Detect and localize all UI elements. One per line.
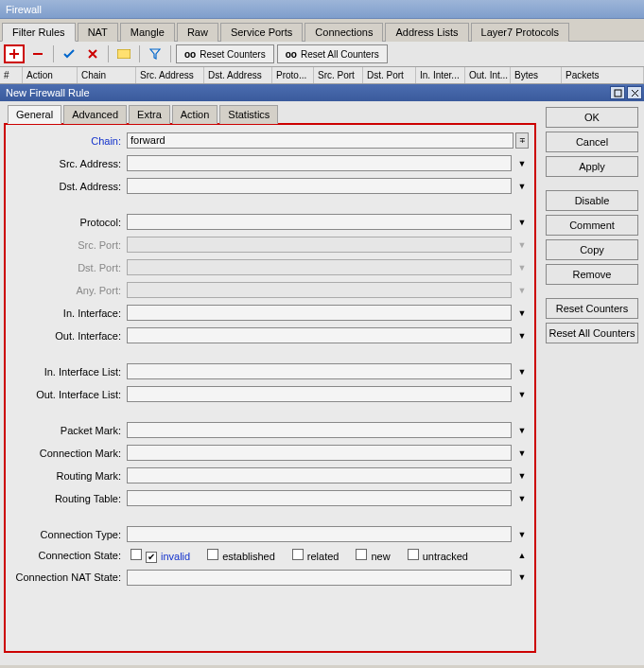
reset-all-counters-button[interactable]: oo Reset All Counters — [277, 44, 388, 63]
tab-mangle[interactable]: Mangle — [120, 23, 175, 42]
src-port-label: Src. Port: — [11, 239, 127, 251]
expand-icon: ▼ — [515, 263, 529, 272]
close-button[interactable] — [627, 86, 642, 99]
cs-invalid[interactable]: ✔invalid — [131, 549, 190, 563]
dst-port-label: Dst. Port: — [11, 262, 127, 273]
expand-icon[interactable]: ▼ — [515, 471, 529, 481]
col-dport[interactable]: Dst. Port — [363, 67, 416, 83]
col-bytes[interactable]: Bytes — [511, 67, 562, 83]
enable-button[interactable] — [59, 44, 79, 63]
expand-icon[interactable]: ▼ — [515, 530, 529, 539]
expand-icon[interactable]: ▼ — [515, 367, 529, 377]
plus-icon — [9, 48, 20, 60]
in-interface-list-input[interactable] — [127, 363, 512, 379]
reset-counters-button[interactable]: Reset Counters — [546, 298, 638, 319]
cs-untracked[interactable]: untracked — [408, 549, 468, 562]
expand-icon[interactable]: ▼ — [515, 218, 529, 227]
comment-button[interactable] — [113, 44, 134, 63]
disable-button[interactable]: Disable — [546, 190, 638, 211]
oo-icon: oo — [184, 49, 196, 60]
expand-icon[interactable]: ▼ — [515, 426, 529, 435]
tab-extra[interactable]: Extra — [129, 105, 170, 124]
checkbox-icon[interactable] — [207, 549, 218, 560]
connection-nat-state-input[interactable] — [127, 570, 512, 586]
tab-connections[interactable]: Connections — [305, 23, 383, 42]
packet-mark-label: Packet Mark: — [11, 425, 127, 436]
separator — [53, 45, 54, 62]
tab-general[interactable]: General — [8, 105, 61, 124]
remove-button[interactable] — [27, 44, 48, 63]
protocol-input[interactable] — [127, 214, 512, 230]
add-button[interactable] — [4, 44, 25, 63]
in-interface-input[interactable] — [127, 305, 512, 321]
col-sport[interactable]: Src. Port — [314, 67, 363, 83]
routing-table-input[interactable] — [127, 490, 512, 506]
cs-related[interactable]: related — [292, 549, 339, 562]
disable-button[interactable] — [82, 44, 103, 63]
checkbox-icon[interactable] — [131, 549, 142, 560]
chain-input[interactable]: forward — [127, 132, 513, 149]
col-proto[interactable]: Proto... — [272, 67, 314, 83]
routing-mark-input[interactable] — [127, 467, 512, 483]
col-num[interactable]: # — [0, 67, 23, 83]
reset-counters-button[interactable]: oo Reset Counters — [176, 44, 274, 63]
chain-label: Chain: — [11, 135, 127, 147]
remove-button[interactable]: Remove — [546, 264, 638, 285]
expand-icon[interactable]: ▼ — [515, 331, 529, 341]
collapse-icon[interactable]: ▲ — [515, 551, 529, 560]
reset-all-counters-button[interactable]: Reset All Counters — [546, 323, 638, 343]
cs-established[interactable]: established — [207, 549, 275, 562]
connection-mark-input[interactable] — [127, 445, 512, 461]
copy-button[interactable]: Copy — [546, 239, 638, 260]
apply-button[interactable]: Apply — [546, 156, 638, 177]
col-chain[interactable]: Chain — [78, 67, 136, 83]
col-inif[interactable]: In. Inter... — [416, 67, 465, 83]
col-dst[interactable]: Dst. Address — [204, 67, 272, 83]
col-action[interactable]: Action — [23, 67, 78, 83]
cs-new[interactable]: new — [356, 549, 390, 562]
col-src[interactable]: Src. Address — [136, 67, 204, 83]
checkbox-icon[interactable] — [356, 549, 367, 560]
expand-icon[interactable]: ▼ — [515, 182, 529, 191]
out-interface-input[interactable] — [127, 327, 512, 343]
checkbox-icon[interactable] — [408, 549, 419, 560]
expand-icon[interactable]: ▼ — [515, 494, 529, 503]
checkbox-icon[interactable] — [292, 549, 304, 560]
tab-statistics[interactable]: Statistics — [219, 105, 278, 124]
expand-icon[interactable]: ▼ — [515, 308, 529, 318]
cancel-button[interactable]: Cancel — [546, 132, 638, 152]
window-title: Firewall — [6, 4, 42, 15]
src-address-input[interactable] — [127, 155, 512, 171]
checkbox-checked-icon[interactable]: ✔ — [146, 552, 157, 563]
col-outif[interactable]: Out. Int... — [465, 67, 511, 83]
out-interface-list-input[interactable] — [127, 386, 512, 402]
tab-layer7[interactable]: Layer7 Protocols — [471, 23, 570, 42]
expand-icon[interactable]: ▼ — [515, 159, 529, 168]
packet-mark-input[interactable] — [127, 422, 512, 438]
expand-icon[interactable]: ▼ — [515, 572, 529, 582]
col-packets[interactable]: Packets — [562, 67, 644, 83]
reset-counters-label: Reset Counters — [200, 49, 265, 60]
dst-address-label: Dst. Address: — [11, 181, 127, 192]
dialog-buttons: OK Cancel Apply Disable Comment Copy Rem… — [540, 101, 644, 665]
filter-button[interactable] — [145, 44, 165, 63]
tab-advanced[interactable]: Advanced — [63, 105, 127, 124]
comment-button[interactable]: Comment — [546, 215, 638, 236]
in-interface-list-label: In. Interface List: — [11, 366, 127, 378]
expand-icon[interactable]: ▼ — [515, 390, 529, 399]
ok-button[interactable]: OK — [546, 107, 638, 128]
tab-nat[interactable]: NAT — [78, 23, 118, 42]
tab-address-lists[interactable]: Address Lists — [385, 23, 468, 42]
dst-address-input[interactable] — [127, 178, 512, 194]
restore-button[interactable] — [610, 86, 625, 99]
expand-icon[interactable]: ▼ — [515, 448, 529, 458]
tab-action[interactable]: Action — [172, 105, 218, 124]
separator — [139, 45, 140, 62]
connection-type-input[interactable] — [127, 526, 512, 542]
src-address-label: Src. Address: — [11, 158, 127, 169]
chain-dropdown[interactable]: ∓ — [515, 132, 529, 149]
tab-service-ports[interactable]: Service Ports — [220, 23, 303, 42]
tab-filter-rules[interactable]: Filter Rules — [2, 23, 76, 42]
tab-raw[interactable]: Raw — [177, 23, 218, 42]
protocol-label: Protocol: — [11, 217, 127, 228]
